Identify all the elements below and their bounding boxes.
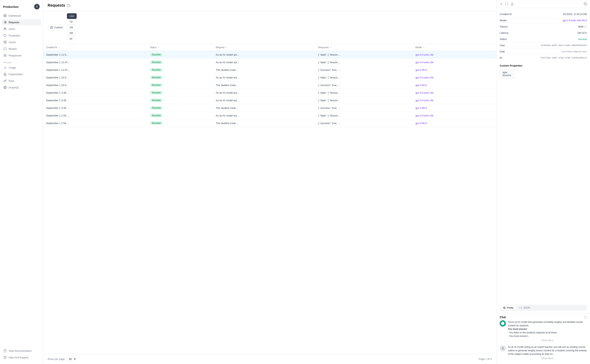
table-row[interactable]: September 1 11:47... Success The student… [43,66,496,74]
time-filter-1m[interactable]: 1M [67,25,76,30]
cell-created-at: September 1 3:36 ... [43,89,147,97]
sidebar-item-organization[interactable]: Organization [1,71,41,77]
sidebar-item-label-models: Models [9,47,17,50]
pagination-bar: Rows per page 10 25 50 Page 1 of 3 [43,354,496,364]
collapse-icon[interactable] [500,2,503,6]
user-show-more[interactable]: Show More [508,356,587,361]
rows-per-page-label: Rows per page [48,358,65,360]
sidebar-item-label-organization: Organization [9,73,23,76]
share-icon[interactable] [511,2,514,6]
table-row[interactable]: September 1 1:54 ... Success As an AI mo… [43,112,496,119]
table-row[interactable]: September 1 11:5... Success As an AI mod… [43,51,496,58]
sidebar-title: Production [3,5,19,8]
svg-rect-27 [585,4,587,5]
table-row[interactable]: September 1 1:54 ... Success The student… [43,119,496,127]
sidebar-item-playground[interactable]: Playground [1,52,41,58]
json-view-button[interactable]: JSON [517,305,533,310]
sidebar-footer-help-support[interactable]: Help And Support [1,354,41,360]
cell-created-at: September 1 10:3... [43,81,147,89]
tokens-info-icon[interactable]: i [584,25,587,28]
svg-rect-0 [4,14,5,15]
cell-status: Success [147,81,213,89]
sidebar-item-label-users: Users [9,27,15,30]
table-row[interactable]: September 1 3:35 ... Success The student… [43,104,496,112]
sidebar-item-properties[interactable]: Properties [1,32,41,39]
custom-filter-label: Custom [54,26,63,29]
time-filter-7d[interactable]: 7D [67,19,75,25]
view-toggle: Pretty JSON [500,305,587,311]
sidebar-item-label-graphql: GraphQL [9,86,19,89]
cell-model: gpt-3.5-turbo-16k [412,51,496,58]
sidebar-item-label-properties: Properties [9,34,20,37]
svg-rect-22 [51,26,53,29]
svg-point-10 [4,28,5,29]
sidebar: Production S Dashboard Requests [0,0,43,364]
pretty-label: Pretty [507,306,513,309]
sidebar-item-usage[interactable]: Usage [1,64,41,71]
sidebar-nav: Dashboard Requests Users Properties [0,13,43,344]
table-row[interactable]: September 1 3:35 ... Success As an AI mo… [43,97,496,104]
chat-expand-icon[interactable] [584,316,587,318]
table-row[interactable]: September 1 10:3... Success The student … [43,81,496,89]
tokens-value: 8830 [578,25,583,28]
cell-status: Success [147,97,213,104]
path-label: Path [500,50,505,53]
sidebar-item-users[interactable]: Users [1,26,41,32]
created-at-label: Created At [500,13,512,16]
pretty-view-button[interactable]: Pretty [500,305,516,310]
footer-item-label-view-docs: View Documentation [9,349,32,352]
cell-request: The student creat... [213,119,315,127]
panel-toolbar-left [500,2,514,6]
database-icon [4,41,7,44]
table-row[interactable]: September 1 10:3... Success As an AI mod… [43,74,496,81]
table-row[interactable]: September 1 11:47... Success As an AI mo… [43,58,496,66]
json-label: JSON [523,306,530,309]
cell-response: { "data": { "lesson... [315,74,412,81]
sidebar-item-cache[interactable]: Cache [1,39,41,45]
cell-status: Success [147,58,213,66]
cell-created-at: September 1 11:47... [43,66,147,74]
ai-show-more[interactable]: Show More [508,338,587,343]
model-value[interactable]: gpt-3.5-turbo-16k-0613 [563,19,587,22]
user-value: c6c86a8d-0d0f-40cd-9a8b-dd8205b03e8f [540,44,587,47]
sidebar-item-label-playground: Playground [9,54,21,57]
svg-point-13 [4,54,6,57]
sidebar-item-models[interactable]: Models [1,46,41,52]
sidebar-item-graphql[interactable]: GraphQL [1,84,41,91]
sidebar-item-dashboard[interactable]: Dashboard [1,13,41,19]
detail-model: Model gpt-3.5-turbo-16k-0613 [500,17,587,24]
chat-message-user: As an AI model acting as an expert teach… [500,345,587,361]
cell-created-at: September 1 3:35 ... [43,97,147,104]
time-filter-3m[interactable]: 3M [67,30,76,36]
cell-status: Success [147,119,213,127]
cell-model: gpt-4-0613 [412,119,496,127]
svg-point-29 [502,347,503,348]
list-icon [4,21,7,24]
sidebar-item-keys[interactable]: Keys [1,78,41,84]
user-avatar [500,345,506,351]
svg-point-12 [4,41,6,42]
path-value: /v1/chat/completions [561,50,587,53]
table-row[interactable]: September 1 3:36 ... Success As an AI mo… [43,89,496,97]
cell-created-at: September 1 11:47... [43,58,147,66]
time-filter-all[interactable]: All [67,36,75,42]
main-header: Requests [43,0,496,11]
expand-icon[interactable] [505,2,508,6]
chat-section: Chat You're an AI model that generates i… [497,313,590,364]
avatar[interactable]: S [34,4,40,9]
custom-filter-button[interactable]: Custom [48,25,65,30]
sidebar-item-label-cache: Cache [9,41,16,44]
graphql-icon [4,86,7,89]
time-filter-24h[interactable]: 24H [67,13,77,19]
latency-value: 190.027s [577,32,587,34]
copy-icon[interactable] [584,2,587,6]
chat-header: Chat [497,313,590,320]
refresh-button[interactable] [67,4,70,7]
rows-per-page-select[interactable]: 10 25 50 [66,356,77,362]
svg-rect-2 [5,16,6,17]
cell-model: gpt-4-0613 [412,104,496,112]
sidebar-item-requests[interactable]: Requests [1,19,41,25]
sidebar-footer-view-docs[interactable]: View Documentation [1,348,41,354]
doc-icon [4,349,7,352]
chat-messages: You're an AI model that generates incred… [497,320,590,364]
